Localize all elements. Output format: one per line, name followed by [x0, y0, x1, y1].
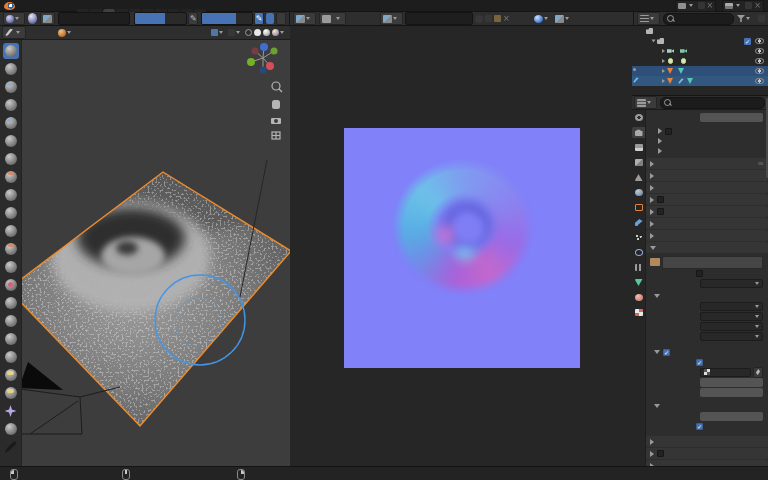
cage-checkbox[interactable]	[696, 359, 703, 366]
swizzle-g-dropdown[interactable]	[700, 322, 763, 331]
matcap-sphere-icon[interactable]	[58, 29, 66, 37]
outliner-row-collection[interactable]: ✓	[632, 36, 768, 46]
remove-view-layer-icon[interactable]: ×	[754, 2, 761, 9]
shading-material-button[interactable]	[263, 29, 270, 36]
gizmo-neg-z-axis[interactable]	[260, 67, 267, 74]
space-dropdown[interactable]	[700, 302, 763, 311]
cage-extrusion-field[interactable]	[700, 378, 763, 387]
tool-crease[interactable]	[3, 169, 19, 185]
panel-denoising[interactable]	[646, 136, 768, 146]
view-layer-selector[interactable]: ×	[722, 0, 764, 12]
scene-selector[interactable]: ×	[675, 0, 717, 12]
normal-map-image[interactable]	[344, 128, 580, 368]
editor-type-dropdown[interactable]	[293, 12, 316, 25]
eyedropper-icon[interactable]	[753, 367, 763, 378]
brush-image-button[interactable]	[40, 12, 55, 25]
simplify-checkbox[interactable]	[657, 196, 664, 203]
tab-modifiers[interactable]	[632, 217, 645, 228]
camera-object[interactable]	[19, 362, 63, 390]
tool-snake-hook[interactable]	[3, 313, 19, 329]
panel-volumes[interactable]	[646, 170, 768, 181]
tool-clay[interactable]	[3, 79, 19, 95]
viewport-canvas[interactable]	[0, 40, 290, 466]
tool-layer[interactable]	[3, 115, 19, 131]
subpanel-influence[interactable]	[646, 291, 768, 301]
tool-annotate[interactable]	[3, 439, 19, 455]
tool-grab[interactable]	[3, 277, 19, 293]
panel-performance[interactable]	[646, 230, 768, 241]
display-channels-dropdown[interactable]	[534, 15, 551, 23]
panel-film[interactable]	[646, 218, 768, 229]
disclosure-triangle-icon[interactable]	[652, 40, 656, 43]
tool-rotate[interactable]	[3, 385, 19, 401]
mode-selector-dropdown[interactable]	[2, 26, 26, 39]
bake-from-multires-checkbox[interactable]	[696, 270, 703, 277]
mirror-x-toggle[interactable]	[211, 29, 218, 36]
brush-name-field[interactable]	[58, 12, 130, 25]
camera-view-button[interactable]	[271, 118, 281, 124]
disclosure-triangle-icon[interactable]	[662, 69, 665, 73]
panel-motion-blur[interactable]	[646, 206, 768, 217]
tool-draw[interactable]	[3, 43, 19, 59]
tab-render[interactable]	[632, 127, 645, 138]
shading-rendered-button[interactable]	[272, 29, 279, 36]
gizmo-x-axis[interactable]	[266, 62, 274, 70]
image-editor[interactable]	[290, 26, 632, 466]
panel-light-paths[interactable]: ≡	[646, 158, 768, 169]
tool-scrape[interactable]	[3, 241, 19, 257]
outliner-row-scene-collection[interactable]	[632, 26, 768, 36]
tab-world[interactable]	[632, 187, 645, 198]
max-ray-field[interactable]	[700, 388, 763, 397]
zoom-button[interactable]	[272, 82, 282, 92]
image-browse-dropdown[interactable]	[380, 12, 403, 25]
properties-editor-type-dropdown[interactable]	[634, 96, 657, 109]
new-view-layer-icon[interactable]	[745, 2, 752, 9]
outliner-row-light[interactable]	[632, 56, 768, 66]
shading-wireframe-button[interactable]	[245, 29, 252, 36]
collection-checkbox[interactable]: ✓	[744, 38, 751, 45]
tool-pinch[interactable]	[3, 259, 19, 275]
new-scene-icon[interactable]	[698, 2, 705, 9]
gizmo-z-axis[interactable]	[260, 43, 268, 51]
panel-hair[interactable]	[646, 182, 768, 193]
gizmo-neg-x-axis[interactable]	[252, 48, 259, 55]
subpanel-selected-to-active[interactable]	[646, 347, 768, 357]
outliner-display-mode-dropdown[interactable]	[637, 12, 660, 25]
tool-fill[interactable]	[3, 223, 19, 239]
clear-image-checkbox[interactable]	[696, 423, 703, 430]
outliner-search-input[interactable]	[663, 13, 734, 25]
disclosure-triangle-icon[interactable]	[662, 59, 665, 63]
freestyle-checkbox[interactable]	[657, 450, 664, 457]
outliner-row-camera[interactable]	[632, 46, 768, 56]
disclosure-triangle-icon[interactable]	[662, 79, 665, 83]
tool-pose[interactable]	[3, 349, 19, 365]
new-collection-icon[interactable]	[758, 15, 765, 22]
gizmo-y-axis[interactable]	[271, 48, 278, 55]
tab-constraints[interactable]	[632, 262, 645, 273]
properties-search-input[interactable]	[660, 97, 765, 109]
image-name-field[interactable]	[405, 12, 473, 25]
outliner-row-plane[interactable]	[632, 66, 768, 76]
disclosure-triangle-icon[interactable]	[662, 49, 665, 53]
brush-add-button[interactable]	[266, 13, 274, 24]
outliner-row-plane-001[interactable]	[632, 76, 768, 86]
strength-pressure-toggle[interactable]: ✎	[254, 12, 264, 25]
panel-freestyle[interactable]	[646, 448, 768, 459]
image-pin-dropdown[interactable]	[555, 15, 572, 23]
pan-hand-button[interactable]	[272, 100, 280, 109]
overlays-toggle[interactable]	[228, 29, 235, 36]
tool-nudge[interactable]	[3, 367, 19, 383]
navigation-gizmo[interactable]	[247, 43, 278, 74]
viewport-3d[interactable]	[0, 26, 290, 466]
tab-physics[interactable]	[632, 247, 645, 258]
tab-object-data[interactable]	[632, 277, 645, 288]
perspective-toggle-button[interactable]	[272, 132, 280, 139]
eye-icon[interactable]	[755, 68, 764, 74]
tool-blob[interactable]	[3, 151, 19, 167]
panel-grease-pencil[interactable]	[646, 436, 768, 447]
outliner-filter-dropdown[interactable]	[737, 15, 753, 22]
new-image-icon[interactable]	[485, 15, 492, 22]
panel-advanced[interactable]	[646, 146, 768, 156]
tool-smooth[interactable]	[3, 187, 19, 203]
tool-flatten[interactable]	[3, 205, 19, 221]
